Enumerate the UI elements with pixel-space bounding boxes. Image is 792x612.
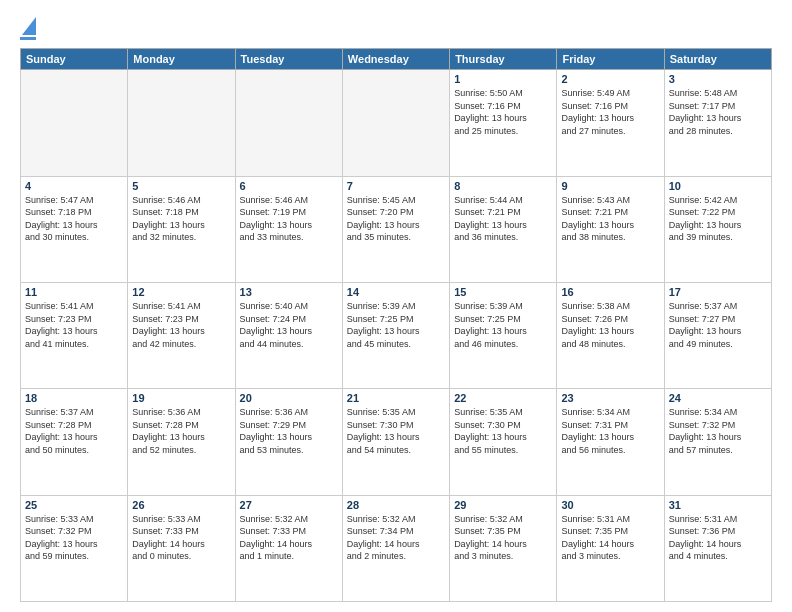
- calendar-cell: 19Sunrise: 5:36 AM Sunset: 7:28 PM Dayli…: [128, 389, 235, 495]
- day-number: 4: [25, 180, 123, 192]
- day-number: 30: [561, 499, 659, 511]
- calendar-cell: 6Sunrise: 5:46 AM Sunset: 7:19 PM Daylig…: [235, 176, 342, 282]
- day-info: Sunrise: 5:32 AM Sunset: 7:35 PM Dayligh…: [454, 513, 552, 563]
- calendar-week-1: 1Sunrise: 5:50 AM Sunset: 7:16 PM Daylig…: [21, 70, 772, 176]
- calendar-cell: 14Sunrise: 5:39 AM Sunset: 7:25 PM Dayli…: [342, 282, 449, 388]
- calendar-cell: 4Sunrise: 5:47 AM Sunset: 7:18 PM Daylig…: [21, 176, 128, 282]
- day-number: 17: [669, 286, 767, 298]
- day-info: Sunrise: 5:46 AM Sunset: 7:18 PM Dayligh…: [132, 194, 230, 244]
- day-info: Sunrise: 5:34 AM Sunset: 7:32 PM Dayligh…: [669, 406, 767, 456]
- day-info: Sunrise: 5:31 AM Sunset: 7:35 PM Dayligh…: [561, 513, 659, 563]
- day-number: 3: [669, 73, 767, 85]
- calendar-header-row: SundayMondayTuesdayWednesdayThursdayFrid…: [21, 49, 772, 70]
- day-info: Sunrise: 5:34 AM Sunset: 7:31 PM Dayligh…: [561, 406, 659, 456]
- day-info: Sunrise: 5:37 AM Sunset: 7:27 PM Dayligh…: [669, 300, 767, 350]
- calendar-cell: 26Sunrise: 5:33 AM Sunset: 7:33 PM Dayli…: [128, 495, 235, 601]
- calendar-cell: 31Sunrise: 5:31 AM Sunset: 7:36 PM Dayli…: [664, 495, 771, 601]
- day-number: 21: [347, 392, 445, 404]
- calendar-cell: 24Sunrise: 5:34 AM Sunset: 7:32 PM Dayli…: [664, 389, 771, 495]
- day-info: Sunrise: 5:45 AM Sunset: 7:20 PM Dayligh…: [347, 194, 445, 244]
- day-number: 31: [669, 499, 767, 511]
- day-number: 8: [454, 180, 552, 192]
- day-info: Sunrise: 5:39 AM Sunset: 7:25 PM Dayligh…: [347, 300, 445, 350]
- calendar-cell: [21, 70, 128, 176]
- calendar-week-5: 25Sunrise: 5:33 AM Sunset: 7:32 PM Dayli…: [21, 495, 772, 601]
- calendar-cell: 18Sunrise: 5:37 AM Sunset: 7:28 PM Dayli…: [21, 389, 128, 495]
- day-info: Sunrise: 5:35 AM Sunset: 7:30 PM Dayligh…: [347, 406, 445, 456]
- day-number: 22: [454, 392, 552, 404]
- day-info: Sunrise: 5:50 AM Sunset: 7:16 PM Dayligh…: [454, 87, 552, 137]
- calendar-cell: 2Sunrise: 5:49 AM Sunset: 7:16 PM Daylig…: [557, 70, 664, 176]
- day-number: 20: [240, 392, 338, 404]
- day-info: Sunrise: 5:32 AM Sunset: 7:33 PM Dayligh…: [240, 513, 338, 563]
- day-info: Sunrise: 5:40 AM Sunset: 7:24 PM Dayligh…: [240, 300, 338, 350]
- day-number: 13: [240, 286, 338, 298]
- calendar-week-3: 11Sunrise: 5:41 AM Sunset: 7:23 PM Dayli…: [21, 282, 772, 388]
- day-number: 9: [561, 180, 659, 192]
- calendar-cell: 16Sunrise: 5:38 AM Sunset: 7:26 PM Dayli…: [557, 282, 664, 388]
- calendar-cell: 10Sunrise: 5:42 AM Sunset: 7:22 PM Dayli…: [664, 176, 771, 282]
- calendar-cell: [128, 70, 235, 176]
- day-info: Sunrise: 5:37 AM Sunset: 7:28 PM Dayligh…: [25, 406, 123, 456]
- day-number: 16: [561, 286, 659, 298]
- calendar-week-2: 4Sunrise: 5:47 AM Sunset: 7:18 PM Daylig…: [21, 176, 772, 282]
- calendar-cell: 15Sunrise: 5:39 AM Sunset: 7:25 PM Dayli…: [450, 282, 557, 388]
- header: [20, 16, 772, 40]
- day-number: 28: [347, 499, 445, 511]
- day-number: 26: [132, 499, 230, 511]
- day-info: Sunrise: 5:33 AM Sunset: 7:32 PM Dayligh…: [25, 513, 123, 563]
- calendar-cell: 21Sunrise: 5:35 AM Sunset: 7:30 PM Dayli…: [342, 389, 449, 495]
- day-number: 12: [132, 286, 230, 298]
- day-info: Sunrise: 5:39 AM Sunset: 7:25 PM Dayligh…: [454, 300, 552, 350]
- day-number: 18: [25, 392, 123, 404]
- calendar-cell: 12Sunrise: 5:41 AM Sunset: 7:23 PM Dayli…: [128, 282, 235, 388]
- calendar-header-saturday: Saturday: [664, 49, 771, 70]
- day-info: Sunrise: 5:48 AM Sunset: 7:17 PM Dayligh…: [669, 87, 767, 137]
- day-info: Sunrise: 5:44 AM Sunset: 7:21 PM Dayligh…: [454, 194, 552, 244]
- logo-text: [20, 16, 36, 35]
- calendar-cell: 5Sunrise: 5:46 AM Sunset: 7:18 PM Daylig…: [128, 176, 235, 282]
- calendar-header-monday: Monday: [128, 49, 235, 70]
- logo-underline: [20, 37, 36, 40]
- day-number: 25: [25, 499, 123, 511]
- calendar-cell: 25Sunrise: 5:33 AM Sunset: 7:32 PM Dayli…: [21, 495, 128, 601]
- calendar-cell: 20Sunrise: 5:36 AM Sunset: 7:29 PM Dayli…: [235, 389, 342, 495]
- calendar-cell: [342, 70, 449, 176]
- calendar-table: SundayMondayTuesdayWednesdayThursdayFrid…: [20, 48, 772, 602]
- day-number: 1: [454, 73, 552, 85]
- day-number: 2: [561, 73, 659, 85]
- day-number: 15: [454, 286, 552, 298]
- logo: [20, 16, 36, 40]
- calendar-cell: 28Sunrise: 5:32 AM Sunset: 7:34 PM Dayli…: [342, 495, 449, 601]
- day-number: 14: [347, 286, 445, 298]
- day-number: 19: [132, 392, 230, 404]
- day-number: 6: [240, 180, 338, 192]
- day-info: Sunrise: 5:33 AM Sunset: 7:33 PM Dayligh…: [132, 513, 230, 563]
- calendar-cell: 30Sunrise: 5:31 AM Sunset: 7:35 PM Dayli…: [557, 495, 664, 601]
- calendar-cell: [235, 70, 342, 176]
- day-info: Sunrise: 5:41 AM Sunset: 7:23 PM Dayligh…: [132, 300, 230, 350]
- calendar-week-4: 18Sunrise: 5:37 AM Sunset: 7:28 PM Dayli…: [21, 389, 772, 495]
- day-info: Sunrise: 5:36 AM Sunset: 7:28 PM Dayligh…: [132, 406, 230, 456]
- calendar-cell: 11Sunrise: 5:41 AM Sunset: 7:23 PM Dayli…: [21, 282, 128, 388]
- calendar-cell: 13Sunrise: 5:40 AM Sunset: 7:24 PM Dayli…: [235, 282, 342, 388]
- calendar-cell: 7Sunrise: 5:45 AM Sunset: 7:20 PM Daylig…: [342, 176, 449, 282]
- calendar-header-thursday: Thursday: [450, 49, 557, 70]
- day-number: 10: [669, 180, 767, 192]
- calendar-header-tuesday: Tuesday: [235, 49, 342, 70]
- day-info: Sunrise: 5:32 AM Sunset: 7:34 PM Dayligh…: [347, 513, 445, 563]
- day-info: Sunrise: 5:47 AM Sunset: 7:18 PM Dayligh…: [25, 194, 123, 244]
- day-info: Sunrise: 5:38 AM Sunset: 7:26 PM Dayligh…: [561, 300, 659, 350]
- day-info: Sunrise: 5:46 AM Sunset: 7:19 PM Dayligh…: [240, 194, 338, 244]
- day-info: Sunrise: 5:35 AM Sunset: 7:30 PM Dayligh…: [454, 406, 552, 456]
- calendar-cell: 3Sunrise: 5:48 AM Sunset: 7:17 PM Daylig…: [664, 70, 771, 176]
- day-number: 11: [25, 286, 123, 298]
- calendar-header-friday: Friday: [557, 49, 664, 70]
- day-number: 24: [669, 392, 767, 404]
- calendar-header-sunday: Sunday: [21, 49, 128, 70]
- day-info: Sunrise: 5:36 AM Sunset: 7:29 PM Dayligh…: [240, 406, 338, 456]
- day-info: Sunrise: 5:41 AM Sunset: 7:23 PM Dayligh…: [25, 300, 123, 350]
- day-info: Sunrise: 5:49 AM Sunset: 7:16 PM Dayligh…: [561, 87, 659, 137]
- calendar-cell: 23Sunrise: 5:34 AM Sunset: 7:31 PM Dayli…: [557, 389, 664, 495]
- day-info: Sunrise: 5:43 AM Sunset: 7:21 PM Dayligh…: [561, 194, 659, 244]
